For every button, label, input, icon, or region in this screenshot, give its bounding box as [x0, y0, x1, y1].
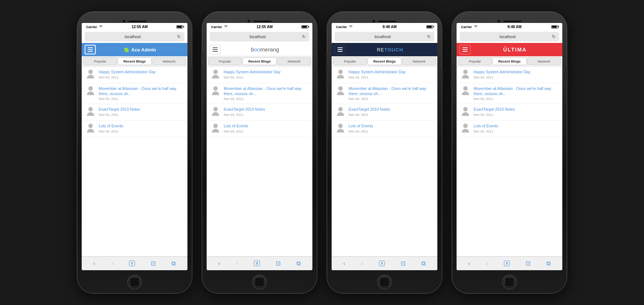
list-item[interactable]: Movember at Atlassian - Oooo we're half … — [82, 83, 187, 104]
tab-popular[interactable]: Popular — [83, 57, 117, 65]
list-item[interactable]: Lots of EventsNov 04, 2011 — [332, 121, 437, 137]
phone-boomerang: Carrier 12:55 AMlocalhost↻boomerangPopul… — [202, 12, 317, 293]
blog-title: Lots of Events — [99, 124, 184, 129]
back-button[interactable]: ‹ — [343, 260, 345, 267]
hamburger-button[interactable] — [460, 45, 471, 54]
blog-date: Nov 04, 2011 — [349, 76, 434, 79]
camera-icon — [247, 20, 250, 23]
back-button[interactable]: ‹ — [468, 260, 470, 267]
list-item[interactable]: Happy System Administrator DayNov 04, 20… — [457, 67, 562, 83]
camera-icon — [372, 20, 375, 23]
tabs-button[interactable]: ⧉ — [296, 260, 301, 267]
share-button[interactable]: ⬆ — [129, 261, 135, 266]
forward-button[interactable]: › — [361, 260, 363, 267]
tab-recent-blogs[interactable]: Recent Blogs — [367, 57, 401, 65]
blog-date: Nov 04, 2011 — [224, 130, 309, 133]
bookmark-button[interactable]: ⊡ — [401, 260, 406, 267]
tab-network[interactable]: Network — [277, 57, 311, 65]
tab-recent-blogs[interactable]: Recent Blogs — [492, 57, 526, 65]
hamburger-button[interactable] — [85, 45, 96, 54]
back-button[interactable]: ‹ — [94, 260, 95, 267]
status-time: 9:48 AM — [383, 25, 397, 29]
tab-popular[interactable]: Popular — [458, 57, 492, 65]
address-text: localhost — [338, 34, 427, 39]
address-bar[interactable]: localhost↻ — [210, 32, 309, 41]
avatar — [335, 70, 346, 80]
blog-date: Nov 04, 2011 — [349, 130, 434, 133]
list-item[interactable]: ExactTarget 2010 NotesNov 04, 2011 — [207, 104, 312, 121]
bookmark-button[interactable]: ⊡ — [276, 260, 281, 267]
avatar — [210, 107, 221, 117]
address-bar[interactable]: localhost↻ — [335, 32, 434, 41]
list-item[interactable]: Lots of EventsNov 04, 2011 — [457, 121, 562, 137]
blog-list: Happy System Administrator DayNov 04, 20… — [457, 67, 562, 256]
app-logo: ÛLTIMA — [471, 47, 559, 53]
blog-date: Nov 04, 2011 — [99, 113, 184, 117]
list-item[interactable]: Movember at Atlassian - Oooo we're half … — [457, 83, 562, 104]
tabs-button[interactable]: ⧉ — [421, 260, 426, 267]
tab-popular[interactable]: Popular — [208, 57, 242, 65]
status-bar: Carrier 12:55 AM — [207, 23, 312, 30]
tab-bar: PopularRecent BlogsNetwork — [207, 56, 312, 67]
blog-title: Lots of Events — [349, 124, 434, 129]
tab-network[interactable]: Network — [152, 57, 186, 65]
home-button[interactable] — [252, 275, 267, 289]
list-item[interactable]: Happy System Administrator DayNov 04, 20… — [207, 67, 312, 83]
address-bar[interactable]: localhost↻ — [85, 32, 184, 41]
tab-network[interactable]: Network — [527, 57, 561, 65]
list-item[interactable]: Happy System Administrator DayNov 04, 20… — [82, 67, 187, 83]
avatar — [210, 86, 221, 97]
avatar — [85, 107, 96, 117]
forward-button[interactable]: › — [111, 260, 113, 267]
list-item[interactable]: Happy System Administrator DayNov 04, 20… — [332, 67, 437, 83]
share-button[interactable]: ⬆ — [504, 261, 510, 266]
back-button[interactable]: ‹ — [218, 260, 220, 267]
blog-title: Lots of Events — [224, 124, 309, 129]
hamburger-button[interactable] — [210, 45, 221, 54]
home-button[interactable] — [127, 275, 142, 289]
blog-title: Happy System Administrator Day — [99, 70, 184, 75]
status-bar: Carrier 12:55 AM — [82, 23, 187, 30]
list-item[interactable]: ExactTarget 2010 NotesNov 04, 2011 — [332, 104, 437, 121]
address-bar[interactable]: localhost↻ — [460, 32, 559, 41]
home-button[interactable] — [502, 275, 517, 289]
list-item[interactable]: Lots of EventsNov 04, 2011 — [82, 121, 187, 137]
reload-icon[interactable]: ↻ — [177, 34, 181, 39]
blog-list: Happy System Administrator DayNov 04, 20… — [332, 67, 437, 256]
bookmark-button[interactable]: ⊡ — [151, 260, 156, 267]
battery-icon — [176, 25, 183, 29]
home-button[interactable] — [377, 275, 392, 289]
reload-icon[interactable]: ↻ — [427, 34, 431, 39]
status-right — [176, 25, 183, 29]
list-item[interactable]: ExactTarget 2010 NotesNov 04, 2011 — [82, 104, 187, 121]
list-item[interactable]: Movember at Atlassian - Oooo we're half … — [332, 83, 437, 104]
avatar — [460, 107, 471, 117]
avatar — [335, 86, 346, 97]
share-button[interactable]: ⬆ — [254, 261, 260, 266]
list-item[interactable]: Lots of EventsNov 04, 2011 — [207, 121, 312, 137]
avatar — [85, 86, 96, 97]
tabs-button[interactable]: ⧉ — [546, 260, 550, 267]
app-header: Ace Admin — [82, 43, 187, 56]
status-time: 9:48 AM — [508, 25, 522, 29]
blog-list: Happy System Administrator DayNov 04, 20… — [82, 67, 187, 256]
blog-list: Happy System Administrator DayNov 04, 20… — [207, 67, 312, 256]
tabs-button[interactable]: ⧉ — [172, 260, 176, 267]
tab-recent-blogs[interactable]: Recent Blogs — [118, 57, 151, 65]
tab-network[interactable]: Network — [402, 57, 436, 65]
share-button[interactable]: ⬆ — [379, 261, 385, 266]
avatar — [210, 124, 221, 134]
tab-popular[interactable]: Popular — [333, 57, 367, 65]
reload-icon[interactable]: ↻ — [302, 34, 306, 39]
hamburger-button[interactable] — [335, 45, 346, 54]
camera-icon — [497, 20, 500, 23]
list-item[interactable]: Movember at Atlassian - Oooo we're half … — [207, 83, 312, 104]
list-item[interactable]: ExactTarget 2010 NotesNov 04, 2011 — [457, 104, 562, 121]
carrier-label: Carrier — [86, 25, 103, 29]
tab-recent-blogs[interactable]: Recent Blogs — [243, 57, 276, 65]
blog-title: Movember at Atlassian - Oooo we're half … — [224, 86, 309, 96]
forward-button[interactable]: › — [236, 260, 238, 267]
bookmark-button[interactable]: ⊡ — [526, 260, 531, 267]
reload-icon[interactable]: ↻ — [552, 34, 556, 39]
forward-button[interactable]: › — [486, 260, 488, 267]
